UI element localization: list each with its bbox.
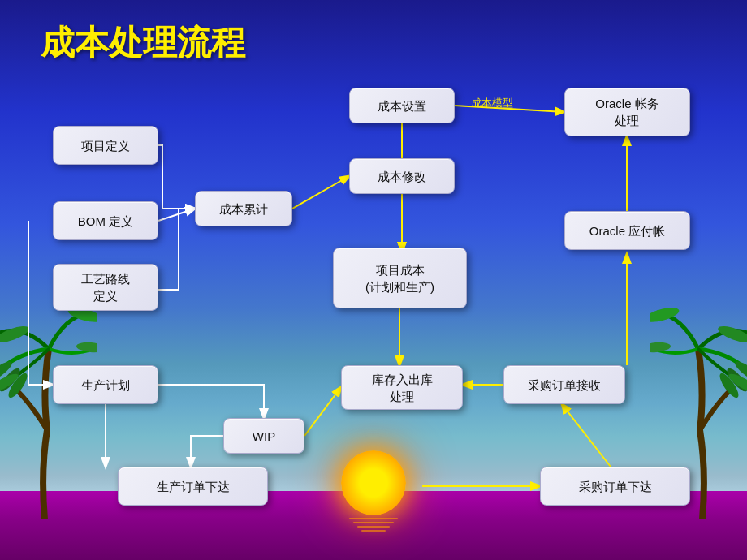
box-cost-accumulate: 成本累计 <box>195 191 292 226</box>
box-oracle-payable: Oracle 应付帐 <box>564 211 690 250</box>
box-oracle-account: Oracle 帐务处理 <box>564 88 690 136</box>
box-project-def: 项目定义 <box>53 126 158 165</box>
box-bom-def: BOM 定义 <box>53 201 158 240</box>
box-production-order: 生产订单下达 <box>118 467 268 506</box>
box-po-receive: 采购订单接收 <box>503 365 625 404</box>
page-title: 成本处理流程 <box>41 20 245 66</box>
sun <box>341 450 406 515</box>
box-po-issue: 采购订单下达 <box>540 467 690 506</box>
box-cost-setup: 成本设置 <box>349 88 455 123</box>
palm-tree-left <box>0 308 97 519</box>
box-item-cost: 项目成本(计划和生产) <box>333 248 467 308</box>
cost-model-label: 成本模型 <box>471 96 513 110</box>
box-inventory: 库存入出库处理 <box>341 365 463 410</box>
box-production-plan: 生产计划 <box>53 365 158 404</box>
box-cost-modify: 成本修改 <box>349 158 455 194</box>
sun-reflection <box>349 518 398 532</box>
box-process-route: 工艺路线定义 <box>53 264 158 311</box>
box-wip: WIP <box>223 418 304 454</box>
